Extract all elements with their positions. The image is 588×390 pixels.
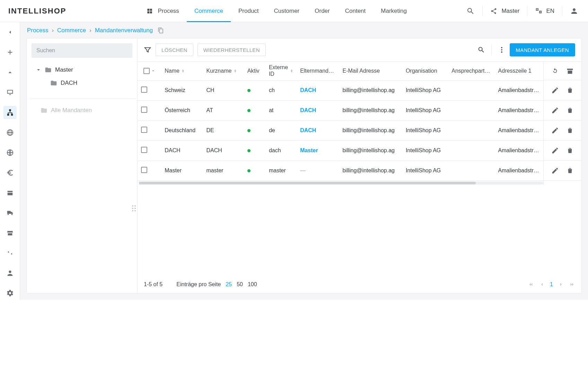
nav-tab-product[interactable]: Product: [231, 0, 266, 22]
rail-register[interactable]: [3, 186, 17, 199]
rail-globe[interactable]: [3, 126, 17, 139]
table-row[interactable]: DACHDACHdachMasterbilling@intellishop.ag…: [138, 140, 543, 161]
tree-item-all[interactable]: Alle Mandanten: [29, 104, 136, 117]
more-icon[interactable]: [498, 46, 506, 54]
tree-item-master[interactable]: Master: [29, 63, 136, 76]
svg-point-12: [132, 210, 133, 211]
rail-percent[interactable]: [3, 246, 17, 260]
col-adresszeile[interactable]: Adresszeile 1: [495, 62, 543, 80]
row-checkbox[interactable]: [141, 107, 147, 113]
col-email[interactable]: E-Mail Adresse: [339, 62, 402, 80]
cell-parent[interactable]: Master: [300, 147, 318, 153]
restore-button[interactable]: WIEDERHERSTELLEN: [198, 44, 266, 56]
table-row[interactable]: Mastermastermaster—billing@intellishop.a…: [138, 161, 543, 181]
row-checkbox[interactable]: [141, 127, 147, 133]
table-row[interactable]: DeutschlandDEdeDACHbilling@intellishop.a…: [138, 120, 543, 140]
cell-parent[interactable]: DACH: [300, 87, 316, 93]
refresh-icon[interactable]: [551, 67, 559, 75]
page-number[interactable]: 1: [550, 281, 553, 288]
clear-button[interactable]: LÖSCHEN: [156, 44, 193, 56]
copy-icon[interactable]: [158, 27, 164, 34]
rail-users[interactable]: [3, 266, 17, 280]
edit-icon[interactable]: [551, 107, 559, 114]
select-all-checkbox[interactable]: [143, 68, 150, 74]
delete-icon[interactable]: [566, 87, 574, 94]
first-page-icon[interactable]: [528, 281, 534, 288]
row-checkbox[interactable]: [141, 167, 147, 173]
tree-item-dach[interactable]: DACH: [29, 76, 136, 90]
archive-icon[interactable]: [566, 67, 574, 75]
col-label: Externe ID: [269, 64, 288, 77]
delete-icon[interactable]: [566, 127, 574, 134]
users-icon: [6, 269, 14, 277]
next-page-icon[interactable]: [558, 281, 564, 288]
search-icon[interactable]: [466, 7, 475, 15]
user-icon[interactable]: [570, 7, 578, 15]
chevron-down-icon[interactable]: [151, 69, 155, 73]
crumb-process[interactable]: Process: [27, 27, 48, 34]
delete-icon[interactable]: [566, 107, 574, 114]
row-checkbox[interactable]: [141, 87, 147, 93]
search-input[interactable]: [32, 43, 132, 58]
resize-handle[interactable]: [131, 205, 137, 212]
rail-world[interactable]: [3, 146, 17, 159]
per-page-50[interactable]: 50: [237, 281, 243, 288]
col-aktiv[interactable]: Aktiv: [244, 62, 265, 80]
col-organisation[interactable]: Organisation: [402, 62, 448, 80]
crumb-commerce[interactable]: Commerce: [57, 27, 86, 34]
rail-add[interactable]: [3, 46, 17, 59]
prev-page-icon[interactable]: [539, 281, 545, 288]
crumb-mandantenverwaltung[interactable]: Mandantenverwaltung: [95, 27, 153, 34]
row-actions: [544, 80, 581, 100]
table-row[interactable]: ÖsterreichATatDACHbilling@intellishop.ag…: [138, 100, 543, 120]
language-selector[interactable]: EN: [535, 7, 554, 15]
rail-truck[interactable]: [3, 206, 17, 219]
cell-parent[interactable]: DACH: [300, 127, 316, 133]
nav-tab-order[interactable]: Order: [307, 0, 337, 22]
cell-parent: —: [300, 167, 306, 173]
cell-externe-id: ch: [265, 80, 297, 100]
nav-tab-marketing[interactable]: Marketing: [373, 0, 414, 22]
per-page-100[interactable]: 100: [248, 281, 257, 288]
edit-icon[interactable]: [551, 127, 559, 134]
table-footer: 1-5 of 5 Einträge pro Seite 25 50 100 1: [138, 276, 581, 293]
col-name[interactable]: Name▲▼: [161, 62, 203, 80]
row-checkbox[interactable]: [141, 147, 147, 153]
cell-parent[interactable]: DACH: [300, 107, 316, 113]
rail-monitor[interactable]: [3, 86, 17, 99]
tenant-selector[interactable]: Master: [490, 8, 519, 15]
table-row[interactable]: SchweizCHchDACHbilling@intellishop.agInt…: [138, 80, 543, 100]
cell-ansprech: [448, 80, 494, 100]
delete-icon[interactable]: [566, 167, 574, 174]
search-icon[interactable]: [477, 46, 485, 54]
per-page-25[interactable]: 25: [226, 281, 232, 288]
edit-icon[interactable]: [551, 87, 559, 94]
edit-icon[interactable]: [551, 167, 559, 174]
create-mandant-button[interactable]: MANDANT ANLEGEN: [510, 43, 575, 56]
nav-tab-content[interactable]: Content: [337, 0, 374, 22]
filter-icon[interactable]: [144, 46, 151, 54]
col-label: Organisation: [406, 68, 437, 74]
nav-tab-customer[interactable]: Customer: [266, 0, 307, 22]
nav-tab-process[interactable]: Process: [139, 0, 186, 22]
col-elternmandant[interactable]: Elternmandant: [297, 62, 339, 80]
col-kurzname[interactable]: Kurzname▲▼: [203, 62, 244, 80]
rail-store[interactable]: [3, 226, 17, 239]
rail-euro[interactable]: [3, 166, 17, 179]
cell-email: billing@intellishop.ag: [339, 140, 402, 161]
rail-sitemap[interactable]: [3, 106, 17, 119]
last-page-icon[interactable]: [569, 281, 575, 288]
nav-tab-commerce[interactable]: Commerce: [187, 0, 231, 22]
horizontal-scrollbar[interactable]: [138, 181, 543, 185]
svg-rect-4: [9, 110, 11, 111]
delete-icon[interactable]: [566, 147, 574, 154]
nav-tab-label: Process: [158, 8, 179, 15]
rail-collapse[interactable]: [3, 26, 17, 39]
rail-settings[interactable]: [3, 287, 17, 300]
col-externe-id[interactable]: Externe ID▲▼: [265, 62, 297, 80]
tree-item-label: Master: [55, 66, 73, 73]
rail-expand-up[interactable]: [3, 66, 17, 79]
edit-icon[interactable]: [551, 147, 559, 154]
cell-kurzname: AT: [203, 100, 244, 120]
col-ansprechpartner[interactable]: Ansprechpartner: [448, 62, 494, 80]
